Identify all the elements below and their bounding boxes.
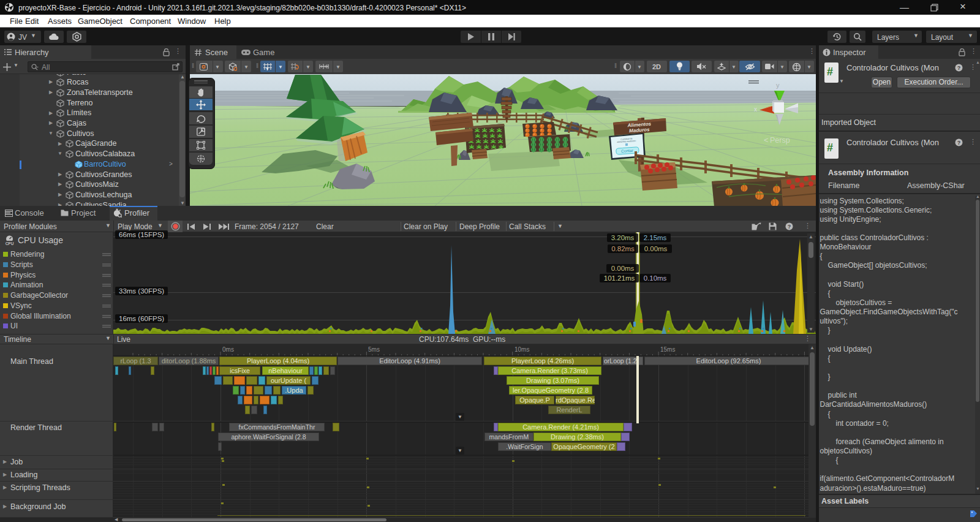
svg-text:?: ?: [957, 65, 961, 71]
svg-text:y: y: [776, 81, 780, 89]
svg-text:CPU: CPU: [6, 241, 14, 246]
svg-text:Persp: Persp: [770, 136, 790, 145]
svg-text:Contar: Contar: [621, 148, 634, 153]
svg-text:x: x: [754, 106, 757, 113]
svg-text:<: <: [764, 135, 769, 145]
svg-text:?: ?: [957, 140, 961, 146]
svg-text:Y: Y: [266, 67, 269, 71]
svg-text:?: ?: [788, 224, 791, 230]
